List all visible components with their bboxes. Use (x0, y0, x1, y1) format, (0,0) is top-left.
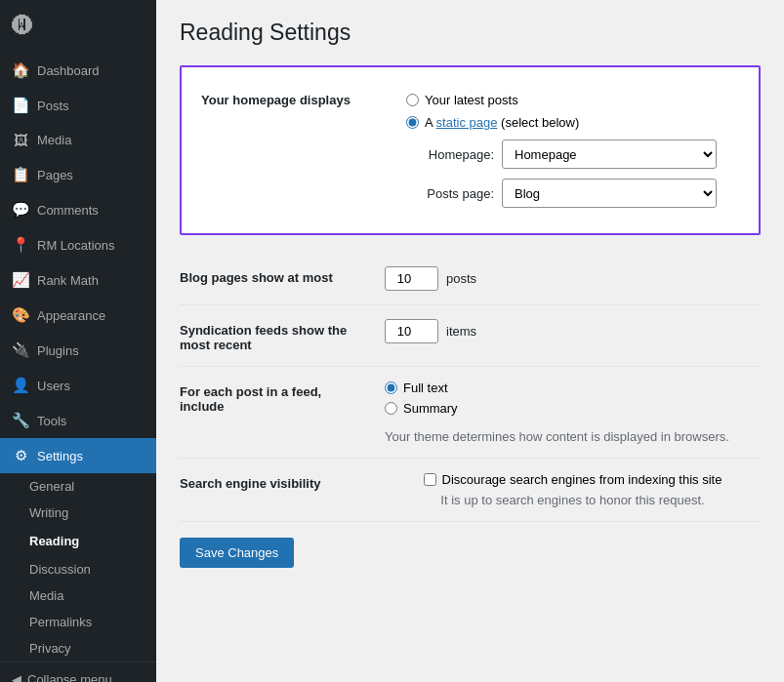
syndication-unit: items (446, 324, 476, 339)
dashboard-icon: 🏠 (12, 61, 29, 79)
sidebar-item-rm-locations[interactable]: 📍 RM Locations (0, 227, 156, 262)
blog-pages-row: Blog pages show at most 10 posts (180, 253, 761, 305)
media-icon: 🖼 (12, 132, 29, 148)
full-text-radio[interactable] (385, 381, 397, 394)
sidebar-item-label: Appearance (37, 308, 105, 323)
homepage-settings-table: Your homepage displays Your latest posts… (201, 85, 739, 216)
full-text-option: Full text (385, 381, 458, 395)
sidebar-item-label: Tools (37, 414, 66, 428)
sidebar-item-pages[interactable]: 📋 Pages (0, 157, 156, 192)
submenu-general[interactable]: General (0, 473, 156, 500)
summary-radio[interactable] (385, 402, 397, 415)
sidebar-item-posts[interactable]: 📄 Posts (0, 88, 156, 123)
collapse-icon: ◀ (12, 672, 21, 682)
blog-pages-label: Blog pages show at most (180, 266, 385, 285)
sidebar-item-plugins[interactable]: 🔌 Plugins (0, 333, 156, 368)
collapse-menu-button[interactable]: ◀ Collapse menu (0, 662, 156, 682)
blog-pages-unit: posts (446, 271, 476, 286)
sidebar-item-media[interactable]: 🖼 Media (0, 123, 156, 157)
reading-arrow-icon: ➜ (85, 532, 98, 550)
settings-submenu: General Writing Reading ➜ Discussion Med… (0, 473, 156, 662)
discourage-label: Discourage search engines from indexing … (442, 472, 722, 487)
submenu-media[interactable]: Media (0, 582, 156, 609)
location-icon: 📍 (12, 236, 29, 254)
syndication-row: Syndication feeds show the most recent 1… (180, 305, 761, 367)
sidebar-item-comments[interactable]: 💬 Comments (0, 192, 156, 227)
submenu-discussion[interactable]: Discussion (0, 556, 156, 582)
homepage-label: Your homepage displays (201, 85, 406, 216)
rank-math-icon: 📈 (12, 271, 29, 289)
visibility-row: Search engine visibility Discourage sear… (180, 459, 761, 522)
plugins-icon: 🔌 (12, 341, 29, 359)
submenu-privacy[interactable]: Privacy (0, 635, 156, 662)
wordpress-logo-icon: 🅦 (12, 14, 33, 39)
blog-pages-input[interactable]: 10 (385, 266, 438, 291)
submenu-reading[interactable]: Reading ➜ (0, 526, 156, 556)
homepage-select-label: Homepage: (406, 147, 494, 162)
homepage-select-row: Homepage: Homepage (406, 140, 739, 169)
pages-icon: 📋 (12, 166, 29, 183)
visibility-label: Search engine visibility (180, 472, 385, 491)
posts-icon: 📄 (12, 97, 29, 114)
homepage-displays-box: Your homepage displays Your latest posts… (180, 65, 761, 235)
discourage-checkbox[interactable] (424, 473, 436, 486)
sidebar-item-settings[interactable]: ⚙ Settings (0, 438, 156, 473)
static-page-radio[interactable] (406, 116, 419, 129)
visibility-control: Discourage search engines from indexing … (385, 472, 761, 507)
static-page-label: A static page (select below) (425, 115, 579, 130)
sidebar-item-label: Users (37, 379, 70, 393)
sidebar-item-label: Dashboard (37, 63, 100, 78)
sidebar-item-label: RM Locations (37, 238, 114, 253)
static-page-link[interactable]: static page (436, 115, 498, 130)
sidebar-item-dashboard[interactable]: 🏠 Dashboard (0, 53, 156, 88)
page-title: Reading Settings (180, 20, 761, 46)
syndication-control: 10 items (385, 319, 761, 343)
static-page-option: A static page (select below) (406, 115, 739, 130)
homepage-select[interactable]: Homepage (502, 140, 717, 169)
for-each-label: For each post in a feed, include (180, 381, 385, 414)
summary-label: Summary (403, 401, 458, 416)
posts-page-select[interactable]: Blog (502, 179, 717, 208)
syndication-input[interactable]: 10 (385, 319, 438, 343)
for-each-options: Full text Summary (385, 381, 458, 416)
for-each-control: Full text Summary Your theme determines … (385, 381, 761, 444)
visibility-note: It is up to search engines to honor this… (440, 493, 704, 507)
submenu-writing[interactable]: Writing (0, 500, 156, 526)
sidebar-item-label: Rank Math (37, 273, 99, 288)
homepage-radio-group: Your latest posts A static page (select … (406, 93, 739, 130)
save-changes-button[interactable]: Save Changes (180, 538, 294, 568)
summary-option: Summary (385, 401, 458, 416)
sidebar-item-label: Media (37, 133, 71, 147)
appearance-icon: 🎨 (12, 306, 29, 324)
posts-page-select-label: Posts page: (406, 186, 494, 201)
sidebar-item-users[interactable]: 👤 Users (0, 368, 156, 403)
full-text-label: Full text (403, 381, 448, 395)
collapse-label: Collapse menu (27, 672, 112, 682)
sidebar-logo: 🅦 (0, 0, 156, 53)
main-content: Reading Settings Your homepage displays … (156, 0, 784, 682)
settings-icon: ⚙ (12, 447, 29, 464)
sidebar-item-label: Settings (37, 449, 83, 463)
latest-posts-radio[interactable] (406, 94, 419, 106)
syndication-label: Syndication feeds show the most recent (180, 319, 385, 352)
blog-pages-control: 10 posts (385, 266, 761, 291)
sidebar-item-tools[interactable]: 🔧 Tools (0, 403, 156, 438)
discourage-checkbox-row: Discourage search engines from indexing … (424, 472, 722, 487)
sidebar: 🅦 🏠 Dashboard 📄 Posts 🖼 Media 📋 Pages 💬 … (0, 0, 156, 682)
posts-page-select-row: Posts page: Blog (406, 179, 739, 208)
sidebar-item-label: Posts (37, 99, 69, 113)
sidebar-item-appearance[interactable]: 🎨 Appearance (0, 298, 156, 333)
latest-posts-label: Your latest posts (425, 93, 518, 107)
sidebar-item-label: Comments (37, 203, 99, 218)
tools-icon: 🔧 (12, 412, 29, 429)
sidebar-item-label: Pages (37, 168, 73, 182)
comments-icon: 💬 (12, 201, 29, 219)
latest-posts-option: Your latest posts (406, 93, 739, 107)
theme-note: Your theme determines how content is dis… (385, 429, 761, 444)
users-icon: 👤 (12, 377, 29, 394)
sidebar-item-label: Plugins (37, 343, 79, 358)
submenu-permalinks[interactable]: Permalinks (0, 609, 156, 635)
sidebar-item-rank-math[interactable]: 📈 Rank Math (0, 262, 156, 298)
for-each-post-row: For each post in a feed, include Full te… (180, 367, 761, 459)
